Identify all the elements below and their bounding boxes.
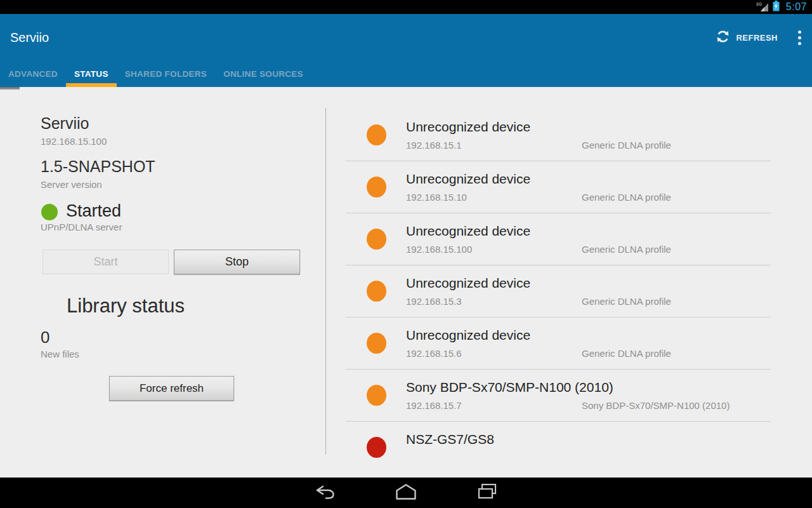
app-title: Serviio: [10, 30, 49, 45]
home-icon: [395, 483, 417, 503]
stop-button[interactable]: Stop: [174, 250, 300, 274]
server-status-pane: Serviio 192.168.15.100 1.5-SNAPSHOT Serv…: [0, 87, 325, 478]
tab-status[interactable]: STATUS: [66, 61, 117, 87]
device-status-icon: [367, 124, 386, 145]
device-status-icon: [367, 437, 386, 458]
tab-advanced[interactable]: ADVANCED: [0, 61, 66, 87]
device-profile: Generic DLNA profile: [582, 244, 671, 255]
refresh-icon: [715, 29, 731, 47]
device-name: Unrecognized device: [406, 224, 530, 239]
device-status-icon: [367, 333, 386, 354]
home-button[interactable]: [365, 478, 447, 508]
new-files-label: New files: [41, 349, 79, 359]
status-time: 5:07: [783, 1, 807, 13]
force-refresh-button[interactable]: Force refresh: [109, 376, 234, 401]
device-row[interactable]: Unrecognized device192.168.15.3Generic D…: [344, 265, 777, 318]
server-status-label: UPnP/DLNA server: [41, 222, 122, 232]
network-type-label: 3G: [756, 2, 762, 6]
signal-icon: 3G: [756, 2, 769, 12]
device-name: NSZ-GS7/GS8: [406, 432, 494, 447]
device-profile: Generic DLNA profile: [582, 192, 671, 203]
device-name: Unrecognized device: [406, 276, 530, 291]
device-status-icon: [367, 229, 386, 250]
device-ip: 192.168.15.6: [406, 348, 462, 359]
device-status-icon: [367, 385, 386, 406]
device-row[interactable]: Unrecognized device192.168.15.10Generic …: [344, 161, 777, 213]
device-status-icon: [367, 281, 386, 302]
device-ip: 192.168.15.7: [406, 400, 462, 411]
device-ip: 192.168.15.3: [406, 296, 462, 307]
device-row[interactable]: NSZ-GS7/GS8: [344, 422, 777, 465]
device-name: Unrecognized device: [406, 328, 530, 343]
server-status-icon: [41, 204, 58, 220]
screen: 3G 5:07 Serviio: [0, 0, 812, 508]
overflow-menu-button[interactable]: [787, 14, 812, 61]
device-name: Unrecognized device: [406, 119, 530, 135]
server-name: Serviio: [41, 114, 89, 133]
refresh-button[interactable]: REFRESH: [706, 14, 787, 61]
navigation-bar: [0, 478, 812, 508]
pane-divider: [325, 108, 326, 455]
back-button[interactable]: [284, 478, 365, 508]
start-button[interactable]: Start: [43, 250, 169, 274]
refresh-button-label: REFRESH: [736, 33, 778, 43]
device-profile: Generic DLNA profile: [582, 296, 671, 307]
recent-apps-icon: [476, 482, 498, 504]
tab-online-sources[interactable]: ONLINE SOURCES: [215, 61, 311, 87]
device-profile: Generic DLNA profile: [582, 140, 671, 150]
device-ip: 192.168.15.1: [406, 140, 462, 150]
device-row[interactable]: Unrecognized device192.168.15.1Generic D…: [344, 109, 777, 161]
action-bar: Serviio REFRESH: [0, 14, 812, 61]
device-list: Unrecognized device192.168.15.1Generic D…: [344, 109, 777, 465]
back-icon: [314, 482, 336, 504]
library-status-title: Library status: [67, 295, 185, 318]
device-row[interactable]: Unrecognized device192.168.15.100Generic…: [344, 213, 777, 265]
overflow-dot: [798, 36, 801, 39]
recent-apps-button[interactable]: [447, 478, 528, 508]
tab-shared-folders[interactable]: SHARED FOLDERS: [117, 61, 215, 87]
device-profile: Sony BDP-Sx70/SMP-N100 (2010): [582, 400, 730, 411]
server-version: 1.5-SNAPSHOT: [41, 157, 155, 176]
device-name: Unrecognized device: [406, 171, 530, 187]
device-row[interactable]: Sony BDP-Sx70/SMP-N100 (2010)192.168.15.…: [344, 370, 777, 422]
tab-bar: ADVANCEDSTATUSSHARED FOLDERSONLINE SOURC…: [0, 61, 812, 87]
device-status-icon: [367, 177, 386, 197]
battery-icon: [773, 1, 780, 14]
new-files-count: 0: [41, 328, 49, 347]
device-name: Sony BDP-Sx70/SMP-N100 (2010): [406, 380, 613, 395]
device-ip: 192.168.15.10: [406, 192, 467, 203]
server-address: 192.168.15.100: [41, 136, 107, 147]
overflow-dot: [798, 30, 801, 34]
server-status-text: Started: [66, 201, 121, 221]
device-row[interactable]: Unrecognized device192.168.15.6Generic D…: [344, 318, 777, 370]
server-version-label: Server version: [41, 179, 102, 190]
device-profile: Generic DLNA profile: [582, 348, 671, 359]
status-bar: 3G 5:07: [0, 0, 812, 14]
device-ip: 192.168.15.100: [406, 244, 472, 255]
overflow-dot: [798, 42, 801, 45]
